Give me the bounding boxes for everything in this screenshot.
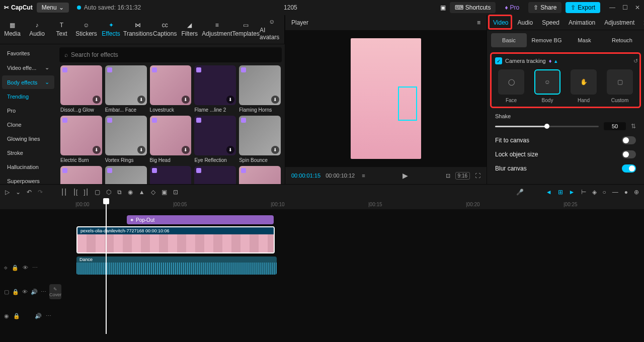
cat-body-effects[interactable]: Body effects⌄ (2, 75, 54, 89)
undo-button[interactable]: ↶ (27, 189, 32, 196)
shortcuts-button[interactable]: ⌨ Shortcuts (450, 2, 496, 13)
aspect-ratio[interactable]: 9:16 (455, 172, 470, 180)
subtab-mask[interactable]: Mask (567, 33, 602, 47)
tab-audio[interactable]: ♪Audio (25, 15, 49, 44)
track-hand[interactable]: ✋Hand (568, 69, 600, 103)
mirror-tool[interactable]: ▲ (139, 189, 145, 196)
subtab-basic[interactable]: Basic (491, 33, 527, 47)
effect-card[interactable]: ⬇Flaming Horns (239, 65, 281, 113)
download-icon[interactable]: ⬇ (271, 96, 279, 104)
freeze-tool[interactable]: ▣ (162, 189, 167, 196)
tab-ai[interactable]: ☺AI avatars (260, 15, 284, 44)
proptab-speed[interactable]: Speed (542, 19, 559, 26)
download-icon[interactable]: ⬇ (93, 96, 101, 104)
player-menu-icon[interactable]: ≡ (477, 19, 480, 26)
split-left[interactable]: ⎮[ (73, 189, 77, 196)
effect-card[interactable]: ⬇Pop-Out (239, 166, 281, 184)
track-effect-controls[interactable]: ⎆🔒👁⋯ (0, 255, 55, 280)
tab-filters[interactable]: ◢Filters (177, 15, 202, 44)
subtab-retouch[interactable]: Retouch (604, 33, 640, 47)
selection-tool[interactable]: ▷ (5, 189, 10, 196)
stepper-icon[interactable]: ⇅ (631, 123, 636, 130)
tab-transitions[interactable]: ⋈Transitions (123, 15, 152, 44)
zoom-out[interactable]: ○ (603, 189, 606, 196)
cat-superpowers[interactable]: Superpowers (2, 175, 54, 184)
playhead[interactable] (106, 199, 107, 334)
download-icon[interactable]: ⬇ (137, 146, 145, 154)
track-face[interactable]: ◯Face (495, 69, 527, 103)
lock-size-toggle[interactable] (622, 150, 636, 158)
reset-icon[interactable]: ↺ (633, 58, 638, 64)
effect-card[interactable]: ⬇Flame ...line 2 (194, 65, 236, 113)
mic-icon[interactable]: 🎤 (516, 189, 524, 196)
effect-card[interactable]: ⬇Lovestruck (150, 65, 192, 113)
effect-card[interactable]: ⬇Electric Burn (60, 116, 102, 163)
cat-favorites[interactable]: Favorites (2, 47, 54, 60)
frame-tool[interactable]: ⊡ (173, 189, 178, 196)
cat-clone[interactable]: Clone (2, 118, 54, 131)
subtab-removebg[interactable]: Remove BG (529, 33, 565, 47)
cat-trending[interactable]: Trending (2, 90, 54, 103)
tracking-box[interactable] (398, 87, 417, 121)
shake-value[interactable]: 50 (604, 122, 626, 130)
play-button[interactable]: ▶ (403, 172, 408, 180)
player-canvas[interactable] (285, 30, 487, 167)
project-title[interactable]: 1205 (145, 4, 436, 11)
cat-pro[interactable]: Pro (2, 104, 54, 117)
copy-tool[interactable]: ⧉ (117, 189, 122, 196)
close-button[interactable]: ✕ (635, 4, 640, 11)
download-icon[interactable]: ⬇ (226, 96, 234, 104)
effect-card[interactable]: ⬇Eye Reflection (194, 116, 236, 163)
effect-card[interactable]: ⬇Phantom Shift (60, 166, 102, 184)
maximize-button[interactable]: ☐ (622, 4, 628, 11)
fit-canvas-toggle[interactable] (622, 136, 636, 144)
track-audio-controls[interactable]: ◉🔒🔊⋯ (0, 304, 55, 328)
layout-icon[interactable]: ▣ (440, 4, 446, 11)
track-custom[interactable]: ▢Custom (604, 69, 636, 103)
zoom-slider[interactable]: ● (624, 189, 628, 196)
proptab-adjustment[interactable]: Adjustment (604, 19, 634, 26)
tab-templates[interactable]: ▭Templates (232, 15, 260, 44)
download-icon[interactable]: ⬇ (182, 96, 190, 104)
shield-icon[interactable]: ⬡ (106, 189, 111, 196)
search-input[interactable]: ⌕Search for effects (59, 47, 282, 62)
cover-button[interactable]: ✎Cover (49, 284, 61, 299)
crop-tool[interactable]: ▢ (95, 189, 100, 196)
cat-glowing[interactable]: Glowing lines (2, 132, 54, 145)
volume-icon[interactable]: ≡ (362, 173, 365, 179)
download-icon[interactable]: ⬇ (271, 146, 279, 154)
blur-canvas-toggle[interactable] (622, 164, 636, 173)
effect-card[interactable]: ⬇Ghost (194, 166, 236, 184)
effect-card[interactable]: ⬇Big Head (150, 116, 192, 163)
effect-card[interactable]: ⬇Electr...rder 2 (150, 166, 192, 184)
proptab-audio[interactable]: Audio (517, 19, 533, 26)
share-button[interactable]: ⇧ Share (528, 2, 561, 13)
effect-card[interactable]: ⬇Spin Bounce (239, 116, 281, 163)
zoom-fit[interactable]: ⊕ (634, 189, 639, 196)
tab-media[interactable]: ▦Media (0, 15, 25, 44)
chevron-down-icon[interactable]: ⌄ (16, 189, 21, 196)
cat-stroke[interactable]: Stroke (2, 146, 54, 159)
preview-icon[interactable]: ◈ (592, 189, 597, 196)
split-right[interactable]: ]⎮ (84, 189, 88, 196)
effect-card[interactable]: ⬇Infinite Travel (105, 166, 147, 184)
tab-stickers[interactable]: ☺Stickers (74, 15, 99, 44)
camera-tracking-checkbox[interactable]: ✓ (495, 57, 502, 64)
rotate-tool[interactable]: ◇ (151, 189, 155, 196)
menu-button[interactable]: Menu ⌄ (37, 3, 69, 13)
tab-text[interactable]: TText (49, 15, 74, 44)
download-icon[interactable]: ⬇ (182, 146, 190, 154)
effect-card[interactable]: ⬇Dissol...g Glow (60, 65, 102, 113)
reverse-tool[interactable]: ◉ (128, 189, 133, 196)
minimize-button[interactable]: — (609, 4, 615, 11)
track-video-controls[interactable]: ▢🔒👁🔊⋯✎Cover (0, 280, 55, 304)
proptab-video[interactable]: Video (493, 19, 508, 26)
tab-effects[interactable]: ✦Effects (99, 15, 123, 44)
effect-card[interactable]: ⬇Vortex Rings (105, 116, 147, 163)
timeline-ruler[interactable]: |00:00 |00:05 |00:10 |00:15 |00:20 |00:2… (0, 199, 644, 209)
redo-button[interactable]: ↷ (38, 189, 43, 196)
proptab-animation[interactable]: Animation (569, 19, 595, 26)
magnet-right[interactable]: ► (569, 189, 575, 196)
fullscreen-icon[interactable]: ⛶ (475, 173, 480, 179)
cat-video-effects[interactable]: Video effe...⌄ (2, 61, 54, 74)
